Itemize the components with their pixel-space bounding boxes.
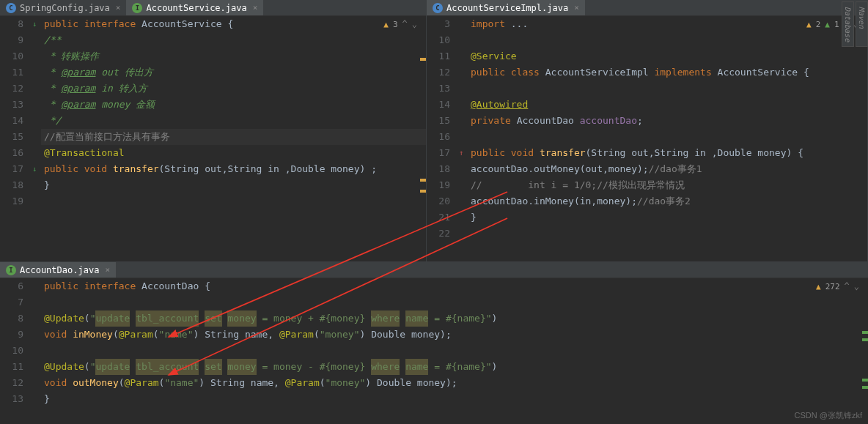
tool-tab-maven[interactable]: Maven bbox=[856, 1, 868, 47]
marker-strip[interactable] bbox=[419, 32, 426, 261]
close-icon[interactable]: × bbox=[116, 3, 121, 12]
tab-label: AccountService.java bbox=[146, 3, 246, 13]
tab-bar: IAccountDao.java× bbox=[0, 262, 868, 278]
line-gutter: 8910111213141516171819 bbox=[0, 16, 28, 261]
editor-tab[interactable]: CSpringConfig.java× bbox=[0, 0, 126, 15]
file-type-icon: C bbox=[433, 3, 443, 13]
tab-bar: CSpringConfig.java×IAccountService.java× bbox=[0, 0, 426, 16]
code-editor[interactable]: 8910111213141516171819 ↓↓ public interfa… bbox=[0, 16, 426, 261]
close-icon[interactable]: × bbox=[574, 3, 579, 12]
line-gutter: 310111213141516171819202122 bbox=[427, 16, 455, 261]
marker-gutter bbox=[28, 278, 41, 424]
close-icon[interactable]: × bbox=[105, 265, 110, 275]
line-gutter: 678910111213 bbox=[0, 278, 28, 424]
tab-label: AccountServiceImpl.java bbox=[446, 3, 568, 13]
code-editor[interactable]: 310111213141516171819202122 ↑ import ...… bbox=[427, 16, 867, 261]
file-type-icon: I bbox=[132, 3, 142, 13]
code-editor[interactable]: 678910111213 public interface AccountDao… bbox=[0, 278, 868, 424]
tab-bar: CAccountServiceImpl.java× bbox=[427, 0, 867, 16]
code-area[interactable]: public interface AccountDao { @Update("u… bbox=[41, 278, 868, 424]
marker-gutter: ↑ bbox=[455, 16, 468, 261]
editor-tab[interactable]: IAccountDao.java× bbox=[0, 262, 116, 278]
marker-strip[interactable] bbox=[861, 294, 868, 424]
editor-pane-bottom: IAccountDao.java× ▲272 ^⌄ 678910111213 p… bbox=[0, 261, 868, 424]
editor-pane-right: CAccountServiceImpl.java× ▲2 ▲1 ^⌄ 31011… bbox=[427, 0, 868, 261]
tab-label: AccountDao.java bbox=[20, 265, 99, 275]
tab-label: SpringConfig.java bbox=[20, 3, 110, 13]
marker-gutter: ↓↓ bbox=[28, 16, 41, 261]
code-area[interactable]: import ... @Servicepublic class AccountS… bbox=[468, 16, 867, 261]
editor-tab[interactable]: IAccountService.java× bbox=[126, 0, 263, 15]
tool-window-tabs: Maven Database bbox=[842, 1, 868, 47]
editor-pane-left: CSpringConfig.java×IAccountService.java×… bbox=[0, 0, 427, 261]
code-area[interactable]: public interface AccountService { /** * … bbox=[41, 16, 426, 261]
editor-tab[interactable]: CAccountServiceImpl.java× bbox=[427, 0, 585, 15]
close-icon[interactable]: × bbox=[253, 3, 258, 12]
file-type-icon: I bbox=[6, 265, 16, 275]
watermark: CSDN @张凯锋zkf bbox=[795, 410, 862, 421]
file-type-icon: C bbox=[6, 3, 16, 13]
tool-tab-database[interactable]: Database bbox=[842, 1, 854, 47]
